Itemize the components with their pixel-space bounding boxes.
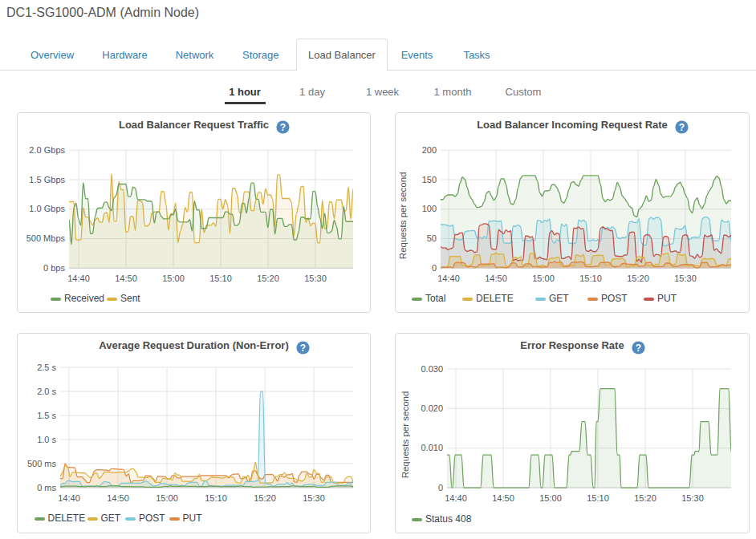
svg-text:15:10: 15:10: [579, 274, 602, 283]
svg-text:2.5 s: 2.5 s: [37, 363, 56, 372]
svg-text:?: ?: [679, 122, 685, 133]
svg-text:14:50: 14:50: [115, 274, 137, 283]
svg-text:14:50: 14:50: [492, 493, 514, 503]
svg-text:1.5 s: 1.5 s: [37, 411, 56, 420]
svg-text:15:20: 15:20: [627, 274, 649, 283]
svg-text:200: 200: [422, 145, 437, 155]
svg-text:0.010: 0.010: [421, 443, 443, 452]
svg-text:0 bps: 0 bps: [43, 263, 65, 273]
svg-text:500 ms: 500 ms: [27, 459, 57, 468]
svg-text:0: 0: [432, 263, 437, 273]
svg-text:0 ms: 0 ms: [37, 483, 56, 492]
svg-text:0.030: 0.030: [421, 364, 443, 374]
svg-text:50: 50: [427, 233, 437, 243]
svg-text:1.0 Gbps: 1.0 Gbps: [29, 204, 65, 213]
svg-text:15:30: 15:30: [681, 493, 704, 503]
svg-text:15:10: 15:10: [205, 493, 227, 503]
svg-text:2.0 s: 2.0 s: [37, 387, 56, 396]
svg-text:1.0 s: 1.0 s: [37, 435, 56, 444]
svg-text:15:00: 15:00: [539, 493, 562, 503]
svg-text:15:00: 15:00: [156, 493, 178, 503]
svg-text:100: 100: [422, 204, 437, 213]
svg-text:0.020: 0.020: [421, 403, 443, 413]
svg-text:15:00: 15:00: [532, 274, 555, 283]
svg-text:15:10: 15:10: [209, 274, 232, 283]
svg-text:14:40: 14:40: [445, 493, 467, 503]
svg-text:?: ?: [636, 342, 641, 354]
svg-text:?: ?: [300, 342, 306, 354]
svg-text:500 Mbps: 500 Mbps: [26, 233, 66, 243]
svg-text:?: ?: [280, 122, 286, 133]
svg-text:15:20: 15:20: [257, 274, 279, 283]
svg-text:15:30: 15:30: [303, 493, 325, 503]
svg-text:15:30: 15:30: [304, 274, 327, 283]
svg-text:Requests per second: Requests per second: [398, 172, 408, 259]
svg-text:2.0 Gbps: 2.0 Gbps: [29, 145, 65, 155]
svg-text:15:20: 15:20: [634, 493, 656, 503]
svg-text:14:40: 14:40: [67, 274, 90, 283]
svg-text:15:10: 15:10: [587, 493, 609, 503]
svg-text:14:40: 14:40: [437, 274, 460, 283]
svg-text:14:50: 14:50: [107, 493, 129, 503]
svg-text:14:50: 14:50: [485, 274, 507, 283]
svg-text:15:30: 15:30: [674, 274, 697, 283]
svg-text:150: 150: [422, 175, 437, 184]
svg-text:15:20: 15:20: [254, 493, 276, 503]
svg-text:14:40: 14:40: [58, 493, 80, 503]
svg-text:Requests per second: Requests per second: [400, 391, 410, 479]
svg-text:15:00: 15:00: [162, 274, 185, 283]
svg-text:1.5 Gbps: 1.5 Gbps: [29, 175, 65, 184]
svg-text:0: 0: [438, 483, 443, 492]
